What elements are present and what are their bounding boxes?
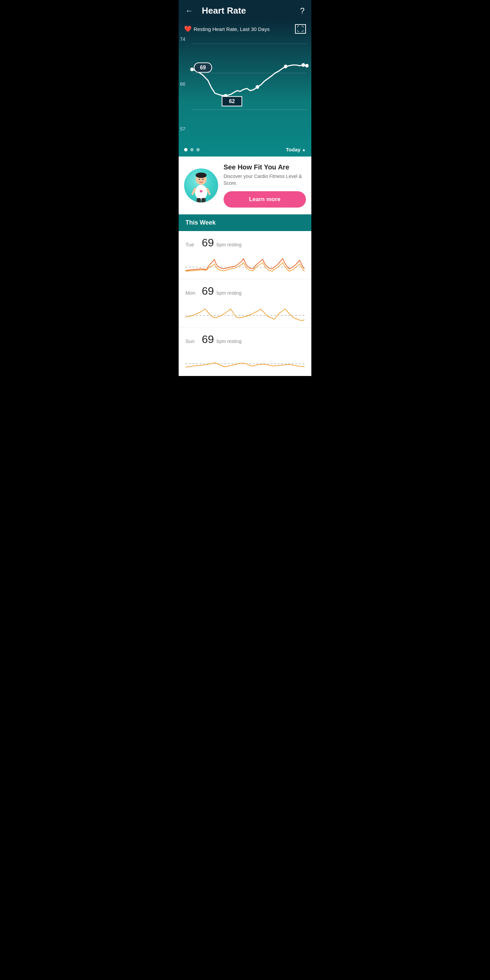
header: ← Heart Rate ?: [179, 0, 311, 20]
chart-legend: ❤️ Resting Heart Rate, Last 30 Days: [184, 25, 269, 33]
svg-point-16: [199, 179, 200, 180]
svg-line-20: [207, 189, 210, 194]
svg-point-6: [284, 65, 287, 68]
heart-chart-mon: [185, 300, 305, 327]
bpm-unit-sun: bpm resting: [217, 339, 242, 344]
page-title: Heart Rate: [202, 5, 291, 16]
this-week-header: This Week: [179, 215, 311, 231]
svg-point-3: [190, 68, 194, 72]
y-axis-top: 74: [180, 37, 185, 42]
heart-chart-tue: [185, 252, 305, 279]
chart-legend-row: ❤️ Resting Heart Rate, Last 30 Days ⛶: [179, 20, 311, 37]
day-label-mon: Mon: [185, 290, 199, 296]
bpm-value-sun: 69: [202, 333, 214, 346]
svg-point-5: [256, 85, 259, 89]
footer-bar: [179, 376, 311, 386]
day-label-tue: Tue: [185, 242, 199, 247]
page-dots[interactable]: [184, 148, 200, 151]
y-axis-mid: 66: [180, 81, 185, 87]
dot-1[interactable]: [184, 148, 188, 151]
bpm-unit-mon: bpm resting: [217, 290, 242, 296]
bpm-value-mon: 69: [202, 285, 214, 298]
promo-title: See How Fit You Are: [224, 163, 306, 171]
day-row-sun: Sun 69 bpm resting: [179, 328, 311, 376]
chart-container: 74 66 57 69 62: [179, 37, 311, 145]
day-row-mon: Mon 69 bpm resting: [179, 279, 311, 328]
expand-button[interactable]: ⛶: [295, 24, 306, 34]
svg-rect-21: [197, 198, 201, 202]
svg-line-19: [192, 189, 195, 194]
dot-3[interactable]: [196, 148, 200, 151]
help-button[interactable]: ?: [291, 6, 305, 16]
svg-text:62: 62: [229, 98, 235, 104]
svg-text:+: +: [200, 191, 202, 194]
promo-section: + See How Fit You Are Discover your Card…: [179, 156, 311, 215]
day-row-header-sun: Sun 69 bpm resting: [185, 333, 305, 346]
svg-point-17: [202, 179, 204, 180]
heart-chart-sun: [185, 348, 305, 375]
svg-text:69: 69: [200, 65, 206, 70]
promo-avatar: +: [184, 169, 218, 202]
today-label: Today ▲: [286, 147, 306, 153]
bpm-value-tue: 69: [202, 237, 214, 249]
svg-point-15: [196, 172, 207, 178]
promo-content: See How Fit You Are Discover your Cardio…: [224, 163, 306, 208]
day-row-header-tue: Tue 69 bpm resting: [185, 237, 305, 249]
day-row-tue: Tue 69 bpm resting: [179, 231, 311, 279]
svg-rect-22: [202, 198, 205, 202]
heart-rate-chart: 69 62: [181, 37, 309, 132]
svg-point-8: [305, 64, 309, 68]
day-row-header-mon: Mon 69 bpm resting: [185, 285, 305, 298]
learn-more-button[interactable]: Learn more: [224, 191, 306, 208]
back-button[interactable]: ←: [185, 6, 199, 15]
today-arrow-icon: ▲: [302, 147, 306, 152]
svg-point-7: [301, 63, 305, 67]
day-label-sun: Sun: [185, 338, 199, 344]
y-axis-labels: 74 66 57: [180, 37, 185, 132]
dot-2[interactable]: [190, 148, 194, 151]
promo-subtitle: Discover your Cardio Fitness Level & Sco…: [224, 173, 306, 186]
chart-legend-text: Resting Heart Rate, Last 30 Days: [194, 26, 269, 32]
chart-section: ❤️ Resting Heart Rate, Last 30 Days ⛶ 74…: [179, 20, 311, 156]
bpm-unit-tue: bpm resting: [217, 242, 242, 247]
heart-icon: ❤️: [184, 25, 192, 33]
fitness-character-icon: +: [186, 169, 216, 202]
chart-bottom: Today ▲: [179, 145, 311, 156]
y-axis-bottom: 57: [180, 126, 185, 132]
